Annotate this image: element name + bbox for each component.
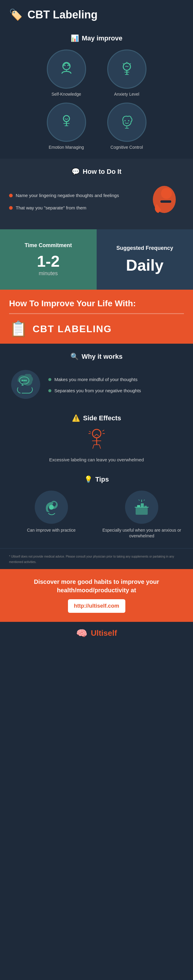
header-title: CBT Labeling	[27, 8, 97, 21]
tip-text-2: Especially useful when you are anxious o…	[100, 527, 184, 539]
svg-line-51	[139, 500, 140, 501]
practice-icon-circle	[35, 491, 68, 524]
cta-link-box[interactable]: http://ultiself.com	[68, 599, 125, 613]
svg-point-0	[63, 62, 70, 70]
list-item: Emotion Managing	[39, 103, 94, 150]
svg-line-32	[94, 434, 97, 436]
svg-line-33	[97, 434, 99, 436]
why-works-title: 🔍 Why it works	[9, 353, 184, 361]
improve-subtitle: 📋 CBT LABELING	[9, 320, 184, 337]
may-improve-section: 📊 May improve Self-Knowledge	[0, 29, 193, 159]
why-steps: Makes you more mindful of your thoughts …	[48, 376, 184, 394]
footer-brand-bold: self	[104, 628, 117, 638]
tips-title: 💡 Tips	[9, 476, 184, 484]
disclaimer-text: * Ultiself does not provide medical advi…	[9, 555, 174, 564]
svg-point-31	[93, 430, 101, 438]
side-effect-text: Excessive labeling can leave you overwhe…	[49, 457, 144, 463]
head-minus-icon	[148, 183, 184, 219]
self-knowledge-icon	[57, 60, 75, 78]
emotion-circle	[47, 103, 86, 142]
cta-link[interactable]: http://ultiself.com	[74, 603, 119, 609]
why-text-1: Makes you more mindful of your thoughts	[54, 376, 137, 383]
anxiety-level-label: Anxiety Level	[114, 92, 139, 97]
frequency-label: Suggested Frequency	[116, 245, 173, 251]
step-item: Name your lingering negative thoughts an…	[9, 192, 142, 199]
may-improve-title: 📊 May improve	[9, 34, 184, 42]
svg-point-12	[64, 116, 69, 122]
svg-point-18	[128, 120, 129, 121]
improve-divider	[9, 313, 184, 314]
how-to-do-section: 💬 How to Do It Name your lingering negat…	[0, 159, 193, 229]
useful-icon	[131, 496, 152, 518]
svg-point-22	[161, 188, 172, 199]
tips-section: 💡 Tips Can improve with practice	[0, 473, 193, 548]
header-icon: 🏷️	[9, 8, 23, 21]
side-effects-content: Excessive labeling can leave you overwhe…	[9, 428, 184, 463]
svg-point-17	[124, 120, 126, 121]
time-value: 1-2	[37, 253, 59, 269]
frequency-value: Daily	[126, 256, 163, 274]
time-label: Time Commitment	[24, 242, 72, 249]
frequency-box: Suggested Frequency Daily	[97, 229, 193, 290]
may-improve-icon: 📊	[71, 34, 79, 42]
disclaimer-section: * Ultiself does not provide medical advi…	[0, 548, 193, 569]
svg-line-38	[93, 445, 94, 449]
emotion-icon	[57, 113, 75, 131]
list-item: Cognitive Control	[100, 103, 154, 150]
svg-rect-47	[141, 503, 144, 508]
side-effects-section: ⚠️ Side Effects Excessive labeling can l…	[0, 411, 193, 473]
step-dot	[9, 194, 13, 197]
self-knowledge-circle	[47, 49, 86, 89]
anxiety-icon	[118, 60, 136, 78]
side-effects-icon: ⚠️	[72, 414, 80, 422]
useful-icon-circle	[125, 491, 158, 524]
brain-icon-container	[9, 368, 42, 402]
improve-icon: 📋	[9, 320, 28, 337]
why-dot	[48, 389, 51, 392]
svg-point-1	[64, 65, 65, 66]
cta-title: Discover more good habits to improve you…	[9, 578, 184, 594]
tips-grid: Can improve with practice Especially use…	[9, 491, 184, 539]
svg-point-44	[49, 505, 54, 510]
self-knowledge-label: Self-Knowledge	[51, 92, 81, 97]
footer-brand: Ultiself	[91, 628, 117, 638]
svg-line-42	[102, 430, 104, 431]
side-effects-title: ⚠️ Side Effects	[9, 414, 184, 422]
why-item: Makes you more mindful of your thoughts	[48, 376, 184, 383]
how-to-do-title: 💬 How to Do It	[9, 168, 184, 176]
step-text-1: Name your lingering negative thoughts an…	[16, 192, 119, 199]
footer-brand-regular: Ulti	[91, 628, 104, 638]
svg-line-40	[89, 431, 91, 433]
why-works-section: 🔍 Why it works Makes you more mindful	[0, 344, 193, 411]
why-content: Makes you more mindful of your thoughts …	[9, 368, 184, 402]
cognitive-circle	[107, 103, 147, 142]
head-icon-container	[148, 183, 184, 220]
step-text-2: That way you "separate" from them	[16, 205, 86, 211]
improve-banner: How To Improve Your Life With: 📋 CBT LAB…	[0, 290, 193, 344]
step-item: That way you "separate" from them	[9, 205, 142, 211]
svg-line-52	[144, 500, 145, 501]
svg-rect-45	[136, 507, 148, 515]
svg-line-7	[130, 64, 131, 64]
list-item: Self-Knowledge	[39, 49, 94, 97]
header: 🏷️ CBT Labeling	[0, 0, 193, 29]
how-to-steps: Name your lingering negative thoughts an…	[9, 192, 142, 211]
footer: 🧠 Ultiself	[0, 621, 193, 644]
list-item: Can improve with practice	[9, 491, 94, 539]
svg-point-27	[24, 380, 25, 381]
list-item: Anxiety Level	[100, 49, 154, 97]
practice-icon	[41, 496, 62, 518]
overwhelmed-person-icon	[86, 428, 107, 452]
time-frequency-section: Time Commitment 1-2 minutes Suggested Fr…	[0, 229, 193, 290]
improve-name: CBT LABELING	[33, 323, 112, 335]
step-dot	[9, 206, 13, 210]
tips-icon: 💡	[84, 476, 93, 484]
ultiself-logo-icon: 🧠	[76, 628, 87, 638]
list-item: Especially useful when you are anxious o…	[100, 491, 184, 539]
svg-point-26	[22, 380, 23, 381]
cta-section: Discover more good habits to improve you…	[0, 569, 193, 621]
time-unit: minutes	[39, 270, 58, 277]
tip-text-1: Can improve with practice	[27, 527, 75, 533]
emotion-label: Emotion Managing	[49, 145, 84, 150]
svg-line-39	[99, 445, 100, 449]
